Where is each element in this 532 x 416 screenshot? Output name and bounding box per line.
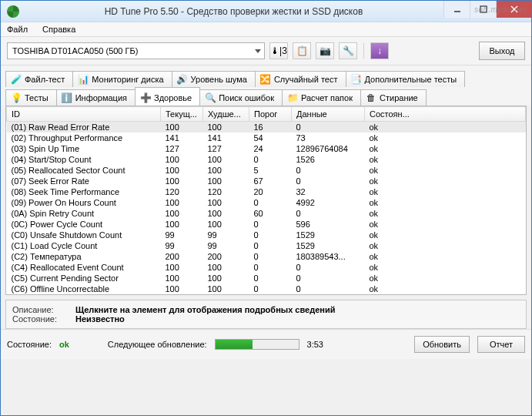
cell-worst: 141 (203, 133, 249, 143)
table-row[interactable]: (01) Raw Read Error Rate100100160ok (7, 122, 526, 133)
health-table: IDТекущ...Худше...ПорогДанныеСостоян... … (6, 106, 526, 294)
cell-status: ok (365, 165, 526, 176)
table-row[interactable]: (C1) Load Cycle Count999901529ok (7, 240, 526, 251)
cell-data: 596 (292, 219, 365, 230)
cell-data: 0 (292, 283, 365, 294)
cell-cur: 200 (161, 251, 203, 262)
tab-случайный-тест[interactable]: 🔀Случайный тест (255, 71, 346, 87)
cell-thr: 54 (249, 133, 292, 143)
tab-мониторинг-диска[interactable]: 📊Мониторинг диска (72, 71, 172, 87)
cell-cur: 100 (161, 197, 203, 208)
window-controls (443, 1, 531, 22)
copy-icon: 📋 (296, 45, 308, 56)
maximize-button[interactable] (470, 1, 496, 18)
options-button[interactable]: 🔧 (339, 42, 357, 59)
cell-status: ok (365, 154, 526, 165)
cell-thr: 0 (249, 154, 292, 165)
cell-data: 4992 (292, 197, 365, 208)
tab-label: Мониторинг диска (92, 75, 163, 84)
cell-id: (05) Reallocated Sector Count (7, 165, 161, 176)
tab-label: Информация (75, 93, 127, 102)
table-row[interactable]: (0C) Power Cycle Count1001000596ok (7, 219, 526, 230)
cell-data: 73 (292, 133, 365, 143)
column-header[interactable]: Порог (249, 107, 292, 122)
tab-label: Уровень шума (191, 75, 247, 84)
cell-cur: 127 (161, 143, 203, 154)
table-row[interactable]: (04) Start/Stop Count10010001526ok (7, 154, 526, 165)
refresh-button[interactable]: Обновить (414, 336, 470, 353)
cell-data: 180389543... (292, 251, 365, 262)
drive-select[interactable]: TOSHIBA DT01ACA050 (500 ГБ) (7, 42, 265, 59)
table-row[interactable]: (09) Power On Hours Count10010004992ok (7, 197, 526, 208)
cell-worst: 99 (203, 230, 249, 240)
status-state-value: ok (59, 340, 69, 349)
screenshot-button[interactable]: 📷 (316, 42, 334, 59)
tab-уровень-шума[interactable]: 🔊Уровень шума (172, 71, 256, 87)
tab-label: Файл-тест (25, 75, 65, 84)
cell-status: ok (365, 133, 526, 143)
cell-data: 12896764084 (292, 143, 365, 154)
close-button[interactable] (496, 1, 531, 18)
cell-status: ok (365, 251, 526, 262)
table-row[interactable]: (02) Throughput Performance1411415473ok (7, 133, 526, 143)
column-header[interactable]: Текущ... (161, 107, 203, 122)
minimize-button[interactable] (443, 1, 470, 18)
tab-информация[interactable]: ℹ️Информация (56, 89, 136, 106)
cell-cur: 100 (161, 176, 203, 186)
menubar: Файл Справка (1, 22, 531, 37)
cell-cur: 100 (161, 165, 203, 176)
save-button[interactable]: ↓ (370, 42, 389, 59)
table-row[interactable]: (C2) Температура2002000180389543...ok (7, 251, 526, 262)
tab-поиск-ошибок[interactable]: 🔍Поиск ошибок (199, 89, 283, 106)
tabs-container: 🧪Файл-тест📊Мониторинг диска🔊Уровень шума… (1, 65, 531, 106)
table-row[interactable]: (08) Seek Time Performance1201202032ok (7, 186, 526, 197)
exit-button[interactable]: Выход (479, 42, 525, 60)
tab-label: Тесты (25, 93, 49, 102)
column-header[interactable]: Данные (292, 107, 365, 122)
tab-label: Расчет папок (301, 93, 353, 102)
cell-status: ok (365, 219, 526, 230)
report-button[interactable]: Отчет (477, 336, 525, 353)
column-header[interactable]: Состоян... (365, 107, 526, 122)
search-icon: 🔍 (205, 92, 216, 103)
cell-worst: 100 (203, 197, 249, 208)
menu-file[interactable]: Файл (7, 25, 28, 34)
tab-файл-тест[interactable]: 🧪Файл-тест (5, 71, 73, 87)
table-row[interactable]: (0A) Spin Retry Count100100600ok (7, 208, 526, 219)
tab-label: Дополнительные тесты (365, 75, 457, 84)
tab-дополнительные-тесты[interactable]: 📑Дополнительные тесты (346, 71, 466, 87)
chevron-down-icon (255, 49, 261, 53)
tab-расчет-папок[interactable]: 📁Расчет папок (282, 89, 361, 106)
health-icon: ➕ (140, 92, 151, 103)
cell-thr: 0 (249, 283, 292, 294)
cell-id: (07) Seek Error Rate (7, 176, 161, 186)
menu-help[interactable]: Справка (42, 25, 75, 34)
cell-cur: 100 (161, 262, 203, 273)
table-row[interactable]: (C5) Current Pending Sector10010000ok (7, 273, 526, 283)
cell-data: 1526 (292, 154, 365, 165)
cell-id: (C2) Температура (7, 251, 161, 262)
cell-worst: 100 (203, 283, 249, 294)
table-row[interactable]: (C4) Reallocated Event Count10010000ok (7, 262, 526, 273)
tab-тесты[interactable]: 💡Тесты (5, 89, 57, 106)
update-time: 3:53 (307, 340, 323, 349)
tab-здоровье[interactable]: ➕Здоровье (135, 87, 200, 106)
cell-status: ok (365, 262, 526, 273)
copy-info-button[interactable]: 📋 (293, 42, 311, 59)
table-row[interactable]: (03) Spin Up Time1271272412896764084ok (7, 143, 526, 154)
cell-thr: 0 (249, 251, 292, 262)
temperature-button[interactable]: 🌡 |3 (269, 42, 288, 59)
cell-id: (01) Raw Read Error Rate (7, 122, 161, 133)
window-title: HD Tune Pro 5.50 - Средство проверки жес… (24, 6, 443, 17)
table-row[interactable]: (05) Reallocated Sector Count10010050ok (7, 165, 526, 176)
table-row[interactable]: (C0) Unsafe Shutdown Count999901529ok (7, 230, 526, 240)
table-row[interactable]: (C6) Offline Uncorrectable10010000ok (7, 283, 526, 294)
tab-стирание[interactable]: 🗑Стирание (360, 89, 427, 106)
column-header[interactable]: ID (7, 107, 161, 122)
cell-worst: 100 (203, 122, 249, 133)
table-row[interactable]: (07) Seek Error Rate100100670ok (7, 176, 526, 186)
cell-cur: 99 (161, 240, 203, 251)
column-header[interactable]: Худше... (203, 107, 249, 122)
cell-id: (C1) Load Cycle Count (7, 240, 161, 251)
cell-data: 1529 (292, 240, 365, 251)
